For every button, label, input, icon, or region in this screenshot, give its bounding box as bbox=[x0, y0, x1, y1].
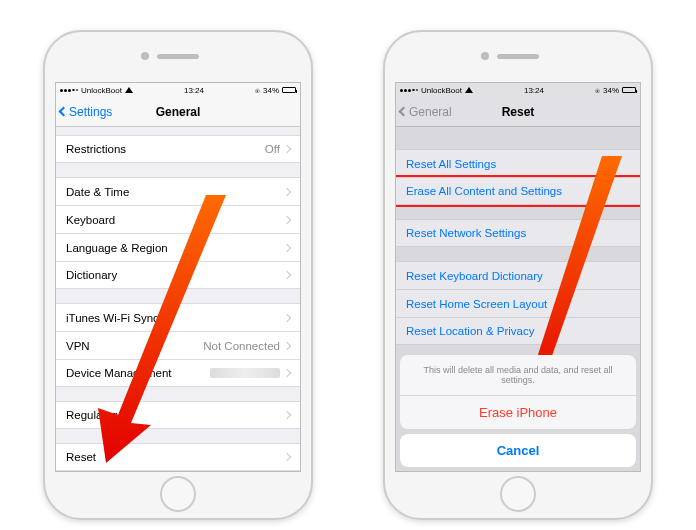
row-restrictions[interactable]: Restrictions Off bbox=[56, 135, 300, 163]
battery-icon bbox=[622, 87, 636, 93]
chevron-right-icon bbox=[283, 215, 291, 223]
row-label: Reset bbox=[66, 451, 96, 463]
row-label: Erase All Content and Settings bbox=[406, 185, 562, 197]
chevron-right-icon bbox=[283, 369, 291, 377]
home-button[interactable] bbox=[160, 476, 196, 512]
redacted-value bbox=[210, 368, 280, 378]
chevron-right-icon bbox=[283, 145, 291, 153]
row-itunes-wifi[interactable]: iTunes Wi-Fi Sync bbox=[56, 303, 300, 331]
status-bar: UnlockBoot 13:24 ⍟ 34% bbox=[396, 83, 640, 97]
row-label: Language & Region bbox=[66, 242, 168, 254]
cancel-button[interactable]: Cancel bbox=[400, 434, 636, 467]
row-language-region[interactable]: Language & Region bbox=[56, 233, 300, 261]
navbar: Settings General bbox=[56, 97, 300, 127]
back-button: General bbox=[400, 105, 452, 119]
chevron-right-icon bbox=[283, 341, 291, 349]
row-label: iTunes Wi-Fi Sync bbox=[66, 312, 159, 324]
row-value: Off bbox=[265, 143, 280, 155]
sheet-message: This will delete all media and data, and… bbox=[400, 355, 636, 395]
row-label: Regulatory bbox=[66, 409, 122, 421]
row-label: Date & Time bbox=[66, 186, 129, 198]
row-label: Reset Home Screen Layout bbox=[406, 298, 547, 310]
action-sheet: This will delete all media and data, and… bbox=[400, 355, 636, 467]
chevron-left-icon bbox=[399, 107, 409, 117]
row-label: Dictionary bbox=[66, 269, 117, 281]
row-label: VPN bbox=[66, 340, 90, 352]
chevron-left-icon bbox=[59, 107, 69, 117]
row-label: Reset Location & Privacy bbox=[406, 325, 534, 337]
chevron-right-icon bbox=[283, 411, 291, 419]
row-label: Reset All Settings bbox=[406, 158, 496, 170]
back-button[interactable]: Settings bbox=[60, 105, 112, 119]
page-title: Reset bbox=[502, 105, 535, 119]
row-erase-all-content[interactable]: Erase All Content and Settings bbox=[396, 177, 640, 205]
chevron-right-icon bbox=[283, 243, 291, 251]
carrier-label: UnlockBoot bbox=[81, 86, 122, 95]
screen-reset: UnlockBoot 13:24 ⍟ 34% General Reset Res… bbox=[395, 82, 641, 472]
time-label: 13:24 bbox=[524, 86, 544, 95]
navbar: General Reset bbox=[396, 97, 640, 127]
row-label: Reset Keyboard Dictionary bbox=[406, 270, 543, 282]
battery-icon bbox=[282, 87, 296, 93]
row-reset[interactable]: Reset bbox=[56, 443, 300, 471]
time-label: 13:24 bbox=[184, 86, 204, 95]
screen-general: UnlockBoot 13:24 ⍟ 34% Settings General … bbox=[55, 82, 301, 472]
row-reset-network[interactable]: Reset Network Settings bbox=[396, 219, 640, 247]
back-label: Settings bbox=[69, 105, 112, 119]
row-vpn[interactable]: VPNNot Connected bbox=[56, 331, 300, 359]
phone-right: UnlockBoot 13:24 ⍟ 34% General Reset Res… bbox=[383, 30, 653, 520]
chevron-right-icon bbox=[283, 453, 291, 461]
row-label: Keyboard bbox=[66, 214, 115, 226]
row-label: Restrictions bbox=[66, 143, 126, 155]
row-dictionary[interactable]: Dictionary bbox=[56, 261, 300, 289]
row-reset-keyboard-dict[interactable]: Reset Keyboard Dictionary bbox=[396, 261, 640, 289]
row-keyboard[interactable]: Keyboard bbox=[56, 205, 300, 233]
row-reset-home-screen[interactable]: Reset Home Screen Layout bbox=[396, 289, 640, 317]
phone-left: UnlockBoot 13:24 ⍟ 34% Settings General … bbox=[43, 30, 313, 520]
battery-label: 34% bbox=[263, 86, 279, 95]
home-button[interactable] bbox=[500, 476, 536, 512]
wifi-icon bbox=[465, 87, 473, 93]
chevron-right-icon bbox=[283, 271, 291, 279]
chevron-right-icon bbox=[283, 313, 291, 321]
status-bar: UnlockBoot 13:24 ⍟ 34% bbox=[56, 83, 300, 97]
wifi-icon bbox=[125, 87, 133, 93]
row-value: Not Connected bbox=[203, 340, 280, 352]
row-device-management[interactable]: Device Management bbox=[56, 359, 300, 387]
row-reset-location-privacy[interactable]: Reset Location & Privacy bbox=[396, 317, 640, 345]
row-label: Device Management bbox=[66, 367, 171, 379]
page-title: General bbox=[156, 105, 201, 119]
chevron-right-icon bbox=[283, 187, 291, 195]
row-date-time[interactable]: Date & Time bbox=[56, 177, 300, 205]
back-label: General bbox=[409, 105, 452, 119]
carrier-label: UnlockBoot bbox=[421, 86, 462, 95]
erase-iphone-button[interactable]: Erase iPhone bbox=[400, 395, 636, 429]
battery-label: 34% bbox=[603, 86, 619, 95]
row-reset-all-settings[interactable]: Reset All Settings bbox=[396, 149, 640, 177]
row-label: Reset Network Settings bbox=[406, 227, 526, 239]
row-regulatory[interactable]: Regulatory bbox=[56, 401, 300, 429]
